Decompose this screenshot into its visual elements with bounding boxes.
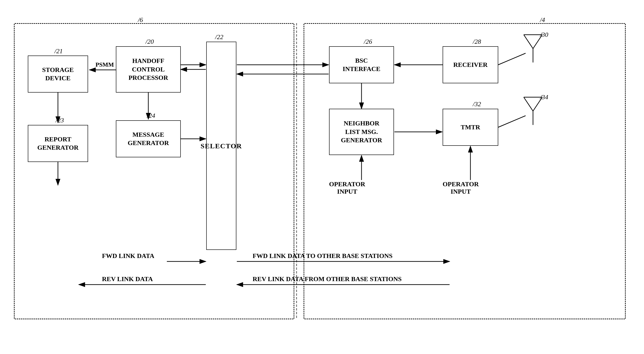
message-generator-label: MESSAGEGENERATOR [128, 131, 169, 147]
storage-device-box: STORAGE DEVICE [28, 55, 88, 93]
selector-label: SELECTOR [201, 141, 242, 150]
ref-26: /26 [364, 38, 372, 45]
ref-22: /22 [215, 33, 224, 41]
fwd-link-data-right-label: FWD LINK DATA TO OTHER BASE STATIONS [252, 252, 392, 260]
tmtr-box: TMTR [442, 109, 498, 146]
bsc-interface-label: BSCINTERFACE [343, 56, 380, 73]
message-generator-box: MESSAGEGENERATOR [116, 120, 181, 157]
ref-34: /34 [540, 93, 548, 101]
storage-device-label: STORAGE DEVICE [30, 66, 86, 83]
receiver-box: RECEIVER [442, 46, 498, 83]
ref-28: /28 [473, 38, 481, 45]
receiver-label: RECEIVER [453, 61, 488, 69]
report-generator-label: REPORTGENERATOR [37, 135, 78, 152]
ref-23: /23 [56, 117, 64, 124]
neighbor-list-box: NEIGHBORLIST MSG.GENERATOR [329, 109, 394, 155]
ref-24: /24 [147, 112, 155, 119]
operator-input-2-label: OPERATORINPUT [442, 180, 479, 195]
selector-box: SELECTOR [206, 42, 236, 250]
handoff-processor-box: HANDOFFCONTROLPROCESSOR [116, 46, 181, 93]
tmtr-label: TMTR [461, 123, 480, 131]
ref-20: /20 [146, 38, 154, 45]
ref-6: /6 [138, 16, 143, 24]
ref-4: /4 [540, 16, 545, 24]
operator-input-1-label: OPERATORINPUT [329, 180, 365, 195]
diagram-container: /6 /4 STORAGE DEVICE /21 REPORTGENERATOR… [9, 9, 635, 345]
ref-32: /32 [473, 100, 481, 108]
neighbor-list-label: NEIGHBORLIST MSG.GENERATOR [341, 119, 382, 144]
ref-21: /21 [54, 47, 63, 55]
handoff-processor-label: HANDOFFCONTROLPROCESSOR [128, 57, 168, 82]
rev-link-data-left-label: REV LINK DATA [102, 275, 153, 283]
ref-30: /30 [540, 31, 548, 38]
svg-line-1 [524, 35, 533, 49]
bsc-interface-box: BSCINTERFACE [329, 46, 394, 83]
report-generator-box: REPORTGENERATOR [28, 125, 88, 162]
svg-line-5 [524, 97, 533, 111]
rev-link-data-right-label: REV LINK DATA FROM OTHER BASE STATIONS [252, 275, 402, 283]
fwd-link-data-left-label: FWD LINK DATA [102, 252, 154, 260]
